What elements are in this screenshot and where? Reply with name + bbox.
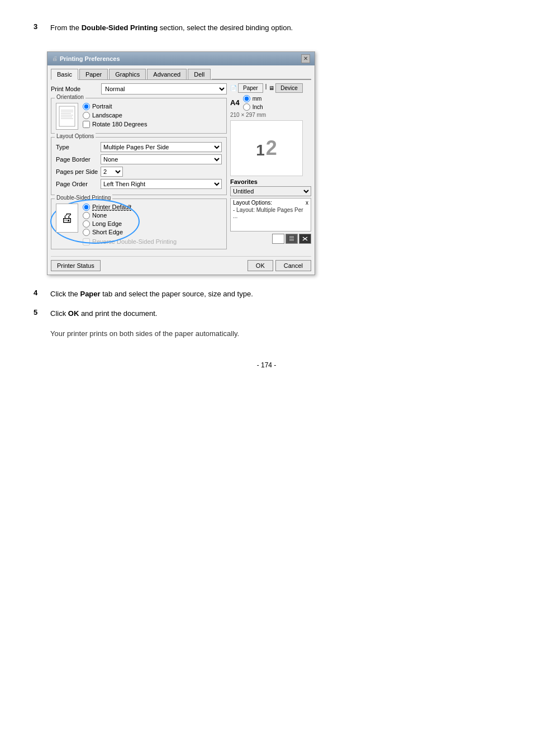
print-mode-select[interactable]: Normal xyxy=(101,83,227,94)
tab-paper[interactable]: Paper xyxy=(79,69,108,79)
inch-option: Inch xyxy=(243,103,263,111)
reverse-label: Reverse Double-Sided Printing xyxy=(92,238,177,245)
long-edge-radio[interactable] xyxy=(83,220,90,228)
portrait-label: Portrait xyxy=(92,103,112,110)
dialog-left-panel: Print Mode Normal Orientation xyxy=(51,83,227,253)
double-sided-section: Double-Sided Printing 🖨 Printer Default xyxy=(51,199,227,249)
printer-default-option: Printer Default xyxy=(83,204,177,211)
orientation-options: Portrait Landscape Rotate 180 Degrees xyxy=(83,103,147,130)
mm-label: mm xyxy=(253,96,262,102)
layout-rows: Type Multiple Pages Per Side Page Border… xyxy=(56,142,222,189)
dialog-close-button[interactable]: ✕ xyxy=(301,54,310,63)
layout-type-row: Type Multiple Pages Per Side xyxy=(56,142,222,152)
favorites-blank-btn[interactable] xyxy=(272,234,284,244)
tab-graphics[interactable]: Graphics xyxy=(109,69,146,79)
step-5-sub: Your printer prints on both sides of the… xyxy=(50,328,499,339)
svg-rect-0 xyxy=(59,106,75,126)
ok-button[interactable]: OK xyxy=(248,260,273,271)
reverse-checkbox xyxy=(83,238,90,245)
pages-per-side-select[interactable]: 2 xyxy=(101,167,123,177)
short-edge-label: Short Edge xyxy=(92,229,123,235)
landscape-option: Landscape xyxy=(83,112,147,119)
step-5-number: 5 xyxy=(34,308,41,319)
mm-option: mm xyxy=(243,95,263,102)
page-border-row: Page Border None xyxy=(56,154,222,164)
reverse-double-sided-option: Reverse Double-Sided Printing xyxy=(83,238,177,245)
tab-dell[interactable]: Dell xyxy=(188,69,211,79)
orientation-section: Orientation xyxy=(51,98,227,134)
step-5-text: Click OK and print the document. xyxy=(50,308,157,319)
printer-default-radio[interactable] xyxy=(83,204,90,211)
inch-radio[interactable] xyxy=(243,103,250,111)
paper-dimensions: 210 × 297 mm xyxy=(230,112,311,118)
tab-bar: Basic Paper Graphics Advanced Dell xyxy=(51,69,311,80)
landscape-radio[interactable] xyxy=(83,112,90,119)
long-edge-label: Long Edge xyxy=(92,220,122,227)
layout-options-section: Layout Options Type Multiple Pages Per S… xyxy=(51,137,227,195)
paper-size-label: A4 xyxy=(230,98,240,107)
none-radio[interactable] xyxy=(83,212,90,219)
steps-below: 4 Click the Paper tab and select the pap… xyxy=(34,289,499,339)
none-label: None xyxy=(92,212,107,219)
rotate-option: Rotate 180 Degrees xyxy=(83,121,147,128)
portrait-radio[interactable] xyxy=(83,103,90,110)
mm-radio[interactable] xyxy=(243,95,250,102)
step-3-bold: Double-Sided Printing xyxy=(82,23,158,32)
preview-numbers: 1 2 xyxy=(256,138,277,158)
step-3: 3 From the Double-Sided Printing section… xyxy=(34,22,499,34)
page-border-label: Page Border xyxy=(56,156,101,163)
rotate-checkbox[interactable] xyxy=(83,121,90,128)
page-order-row: Page Order Left Then Right xyxy=(56,179,222,189)
double-sided-inner: 🖨 Printer Default None xyxy=(56,204,222,245)
double-sided-preview: 🖨 xyxy=(56,204,78,233)
tab-advanced[interactable]: Advanced xyxy=(147,69,187,79)
favorites-info-close[interactable]: x xyxy=(306,200,308,206)
footer-buttons: OK Cancel xyxy=(248,260,311,271)
right-tab-device[interactable]: Device xyxy=(275,83,303,93)
orientation-preview xyxy=(56,103,78,130)
page-order-select[interactable]: Left Then Right xyxy=(101,179,222,189)
double-sided-legend: Double-Sided Printing xyxy=(55,195,112,201)
orientation-legend: Orientation xyxy=(55,94,85,100)
unit-options: mm Inch xyxy=(243,95,263,111)
favorites-section: Favorites Untitled Layout Options: x - xyxy=(230,178,311,244)
svg-rect-9 xyxy=(289,239,294,241)
dialog-footer: Printer Status OK Cancel xyxy=(51,256,311,271)
printing-preferences-dialog: 🖨 Printing Preferences ✕ Basic Paper Gra… xyxy=(47,51,315,275)
step-4: 4 Click the Paper tab and select the pap… xyxy=(34,289,499,300)
tab-basic[interactable]: Basic xyxy=(51,69,78,80)
none-option: None xyxy=(83,212,177,219)
favorites-info-box: Layout Options: x - Layout: Multiple Pag… xyxy=(230,198,311,231)
page-order-label: Page Order xyxy=(56,181,101,187)
short-edge-option: Short Edge xyxy=(83,229,177,236)
preview-number-1: 1 xyxy=(256,143,265,158)
paper-size-row: A4 mm Inch xyxy=(230,95,311,111)
favorites-buttons xyxy=(230,234,311,244)
printer-default-label: Printer Default xyxy=(92,204,131,211)
portrait-option: Portrait xyxy=(83,103,147,110)
page-border-select[interactable]: None xyxy=(101,154,222,164)
dialog-screenshot: 🖨 Printing Preferences ✕ Basic Paper Gra… xyxy=(47,51,315,275)
pages-per-side-label: Pages per Side xyxy=(56,168,101,175)
inch-label: Inch xyxy=(253,104,263,110)
right-panel-tabs: 📄 Paper | 🖥 Device xyxy=(230,83,311,93)
favorites-select-row: Untitled xyxy=(230,186,311,196)
paper-preview: 1 2 xyxy=(230,120,303,176)
layout-type-select[interactable]: Multiple Pages Per Side xyxy=(101,142,222,152)
step-5-bold: OK xyxy=(68,309,79,318)
right-tab-paper[interactable]: Paper xyxy=(238,83,263,93)
favorites-delete-btn[interactable] xyxy=(299,234,311,244)
page-number: - 174 - xyxy=(34,361,499,369)
step-4-text: Click the Paper tab and select the paper… xyxy=(50,289,253,300)
short-edge-radio[interactable] xyxy=(83,229,90,236)
step-5: 5 Click OK and print the document. xyxy=(34,308,499,319)
preview-number-2: 2 xyxy=(266,138,277,158)
favorites-select[interactable]: Untitled xyxy=(230,186,311,196)
dialog-main-content: Print Mode Normal Orientation xyxy=(51,83,311,253)
cancel-button[interactable]: Cancel xyxy=(275,260,311,271)
step-3-text: From the Double-Sided Printing section, … xyxy=(50,22,293,34)
favorites-label: Favorites xyxy=(230,178,311,185)
printer-status-button[interactable]: Printer Status xyxy=(51,260,101,271)
rotate-label: Rotate 180 Degrees xyxy=(92,121,147,127)
favorites-save-btn[interactable] xyxy=(285,234,298,244)
